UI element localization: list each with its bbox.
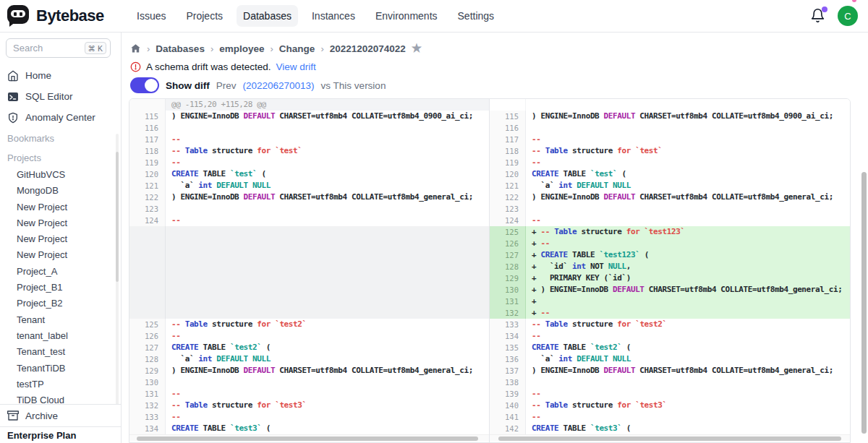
alert-text: A schema drift was detected.	[146, 61, 271, 72]
archive-icon	[7, 410, 19, 421]
code-line	[166, 261, 489, 272]
brand-name: Bytebase	[36, 7, 104, 25]
diff-row: 137) ENGINE=InnoDB DEFAULT CHARSET=utf8m…	[490, 365, 850, 377]
nav-item-instances[interactable]: Instances	[305, 5, 362, 27]
sidebar-project-item[interactable]: Project_B1	[0, 280, 121, 296]
sidebar-item-sql-editor[interactable]: SQL Editor	[0, 86, 121, 107]
breadcrumb-employee[interactable]: employee	[219, 43, 264, 54]
diff-filler-row	[129, 284, 489, 296]
diff-row: 118-- Table structure for `test`	[490, 145, 850, 157]
line-number: 137	[490, 365, 526, 377]
line-number: 117	[129, 134, 166, 145]
code-line: + ) ENGINE=InnoDB DEFAULT CHARSET=utf8mb…	[526, 284, 850, 296]
diff-row: 115) ENGINE=InnoDB DEFAULT CHARSET=utf8m…	[129, 111, 489, 122]
sidebar-project-item[interactable]: Project_B2	[0, 296, 121, 311]
sidebar-project-item[interactable]: New Project	[0, 247, 121, 263]
code-line: --	[166, 215, 489, 226]
code-line: -- Table structure for `test2`	[526, 319, 850, 330]
line-number: 131	[129, 388, 166, 400]
diff-row: 118-- Table structure for `test`	[129, 145, 489, 157]
diff-row: 128+ `id` int NOT NULL,	[490, 261, 850, 272]
sidebar-item-anomaly-center[interactable]: Anomaly Center	[0, 107, 121, 128]
line-number: 125	[129, 319, 166, 330]
nav-item-settings[interactable]: Settings	[451, 5, 501, 27]
sidebar-project-item[interactable]: testTP	[0, 377, 121, 392]
home-breadcrumb-icon[interactable]	[130, 43, 141, 54]
code-line: @@ -115,20 +115,28 @@	[166, 99, 489, 111]
diff-filler-row	[129, 238, 489, 249]
line-number	[129, 261, 166, 272]
search-input[interactable]	[13, 43, 75, 53]
line-number: 119	[129, 157, 166, 168]
sidebar-item-home[interactable]: Home	[0, 65, 121, 86]
line-number: 116	[129, 122, 166, 134]
line-number	[129, 296, 166, 307]
code-line: CREATE TABLE `test2` (	[166, 342, 489, 353]
nav-item-databases[interactable]: Databases	[237, 5, 298, 27]
search-box[interactable]: ⌘ K	[6, 38, 111, 58]
diff-row: 134--	[490, 330, 850, 342]
code-line	[166, 307, 489, 319]
diff-pane-right: 115) ENGINE=InnoDB DEFAULT CHARSET=utf8m…	[490, 99, 850, 442]
sidebar-project-item[interactable]: tenant_label	[0, 328, 121, 344]
nav-item-projects[interactable]: Projects	[179, 5, 229, 27]
diff-row: 127CREATE TABLE `test2` (	[129, 342, 489, 353]
diff-row: 117--	[490, 134, 850, 145]
line-number: 115	[490, 111, 526, 122]
diff-row: 123	[129, 203, 489, 215]
sidebar-item-archive[interactable]: Archive	[0, 405, 121, 426]
code-line	[166, 272, 489, 284]
line-number: 127	[129, 342, 166, 353]
sidebar-project-item[interactable]: Tenant_test	[0, 344, 121, 360]
sidebar-project-item[interactable]: GitHubVCS	[0, 167, 121, 183]
sidebar-project-item[interactable]: New Project	[0, 231, 121, 247]
view-drift-link[interactable]: View drift	[276, 61, 316, 72]
sidebar-project-item[interactable]: New Project	[0, 215, 121, 231]
breadcrumb-databases[interactable]: Databases	[156, 43, 205, 54]
show-diff-toggle[interactable]	[130, 77, 159, 93]
code-line: --	[526, 157, 850, 168]
line-number: 126	[129, 330, 166, 342]
line-number: 125	[490, 226, 526, 238]
diff-row: 133--	[129, 411, 489, 423]
sidebar-scrollbar-thumb[interactable]	[116, 152, 119, 282]
diff-row: 131+	[490, 296, 850, 307]
code-line	[166, 284, 489, 296]
diff-row: 129+ PRIMARY KEY (`id`)	[490, 272, 850, 284]
diff-panel: @@ -115,20 +115,28 @@115) ENGINE=InnoDB …	[129, 98, 851, 443]
code-line: `a` int DEFAULT NULL	[526, 353, 850, 365]
diff-pane-left: @@ -115,20 +115,28 @@115) ENGINE=InnoDB …	[129, 99, 490, 442]
sidebar-project-item[interactable]: MongoDB	[0, 183, 121, 199]
diff-row: 141--	[490, 411, 850, 423]
prev-version-link[interactable]: (202206270013)	[243, 80, 315, 91]
sidebar-project-item[interactable]: Tenant	[0, 312, 121, 328]
code-line: --	[526, 134, 850, 145]
anomaly-center-icon	[7, 112, 19, 124]
page-scrollbar[interactable]	[861, 172, 867, 434]
avatar[interactable]: C	[838, 6, 858, 26]
projects-list: GitHubVCSMongoDBNew ProjectNew ProjectNe…	[0, 167, 121, 408]
star-icon[interactable]: ★	[412, 43, 422, 54]
sidebar-project-item[interactable]: Project_A	[0, 264, 121, 280]
line-number: 115	[129, 111, 166, 122]
breadcrumb-change[interactable]: Change	[279, 43, 315, 54]
notifications-button[interactable]	[810, 8, 826, 24]
line-number: 133	[129, 411, 166, 423]
diff-row: 122) ENGINE=InnoDB DEFAULT CHARSET=utf8m…	[129, 192, 489, 203]
sidebar-project-item[interactable]: New Project	[0, 199, 121, 215]
brand[interactable]: Bytebase	[0, 5, 122, 27]
nav-item-issues[interactable]: Issues	[130, 5, 172, 27]
line-number: 121	[490, 180, 526, 192]
left-horizontal-scrollbar[interactable]	[129, 434, 489, 441]
line-number: 138	[490, 377, 526, 388]
diff-row: 116	[129, 122, 489, 134]
line-number: 118	[490, 145, 526, 157]
sidebar-project-item[interactable]: TenantTiDB	[0, 361, 121, 377]
code-line: -- Table structure for `test3`	[166, 400, 489, 411]
right-horizontal-scrollbar[interactable]	[490, 434, 850, 441]
diff-row: 140-- Table structure for `test3`	[490, 400, 850, 411]
line-number: 132	[490, 307, 526, 319]
code-line: --	[526, 411, 850, 423]
line-number: 136	[490, 353, 526, 365]
nav-item-environments[interactable]: Environments	[369, 5, 444, 27]
